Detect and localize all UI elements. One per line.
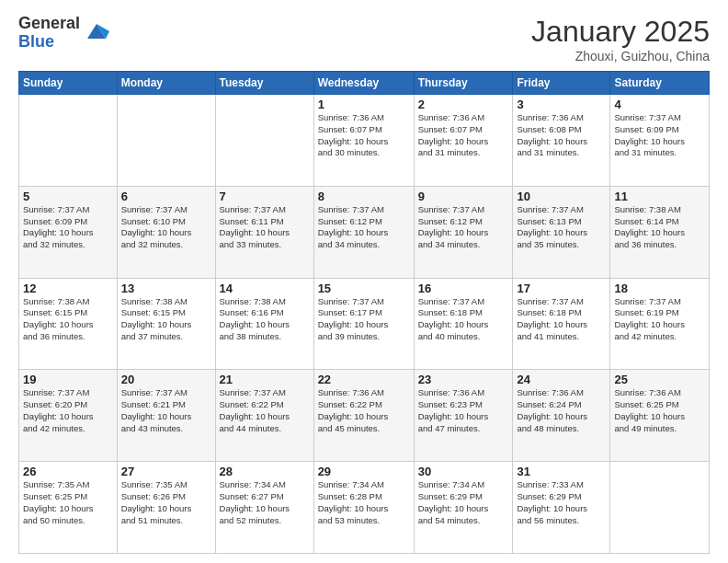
calendar-cell: 3Sunrise: 7:36 AM Sunset: 6:08 PM Daylig… <box>513 95 610 187</box>
day-info: Sunrise: 7:35 AM Sunset: 6:26 PM Dayligh… <box>121 479 211 526</box>
calendar-cell <box>117 95 215 187</box>
day-number: 19 <box>23 373 113 386</box>
calendar-cell: 30Sunrise: 7:34 AM Sunset: 6:29 PM Dayli… <box>414 462 513 554</box>
calendar-cell: 10Sunrise: 7:37 AM Sunset: 6:13 PM Dayli… <box>513 186 610 278</box>
day-info: Sunrise: 7:36 AM Sunset: 6:25 PM Dayligh… <box>614 387 705 434</box>
day-info: Sunrise: 7:36 AM Sunset: 6:23 PM Dayligh… <box>418 387 509 434</box>
calendar-table: Sunday Monday Tuesday Wednesday Thursday… <box>18 71 710 554</box>
day-info: Sunrise: 7:38 AM Sunset: 6:15 PM Dayligh… <box>121 296 211 343</box>
calendar-cell: 9Sunrise: 7:37 AM Sunset: 6:12 PM Daylig… <box>414 186 513 278</box>
calendar-cell: 8Sunrise: 7:37 AM Sunset: 6:12 PM Daylig… <box>313 186 414 278</box>
header-row: Sunday Monday Tuesday Wednesday Thursday… <box>19 72 710 95</box>
day-number: 21 <box>220 373 310 386</box>
col-thursday: Thursday <box>414 72 513 95</box>
calendar-cell: 23Sunrise: 7:36 AM Sunset: 6:23 PM Dayli… <box>414 370 513 462</box>
day-info: Sunrise: 7:37 AM Sunset: 6:09 PM Dayligh… <box>614 112 705 159</box>
day-info: Sunrise: 7:36 AM Sunset: 6:22 PM Dayligh… <box>318 387 410 434</box>
location: Zhouxi, Guizhou, China <box>531 49 710 63</box>
calendar-cell: 2Sunrise: 7:36 AM Sunset: 6:07 PM Daylig… <box>414 95 513 187</box>
day-info: Sunrise: 7:37 AM Sunset: 6:18 PM Dayligh… <box>517 296 606 343</box>
col-tuesday: Tuesday <box>215 72 313 95</box>
calendar-cell: 29Sunrise: 7:34 AM Sunset: 6:28 PM Dayli… <box>313 462 414 554</box>
day-number: 25 <box>614 373 705 386</box>
calendar-cell <box>215 95 313 187</box>
calendar-cell: 11Sunrise: 7:38 AM Sunset: 6:14 PM Dayli… <box>610 186 710 278</box>
calendar-cell: 13Sunrise: 7:38 AM Sunset: 6:15 PM Dayli… <box>117 278 215 370</box>
day-info: Sunrise: 7:37 AM Sunset: 6:12 PM Dayligh… <box>318 204 410 251</box>
calendar-cell: 12Sunrise: 7:38 AM Sunset: 6:15 PM Dayli… <box>19 278 118 370</box>
day-info: Sunrise: 7:37 AM Sunset: 6:22 PM Dayligh… <box>220 387 310 434</box>
col-friday: Friday <box>513 72 610 95</box>
day-info: Sunrise: 7:37 AM Sunset: 6:09 PM Dayligh… <box>23 204 113 251</box>
col-saturday: Saturday <box>610 72 710 95</box>
day-number: 26 <box>23 465 113 478</box>
day-number: 12 <box>23 282 113 295</box>
calendar-cell: 27Sunrise: 7:35 AM Sunset: 6:26 PM Dayli… <box>117 462 215 554</box>
title-block: January 2025 Zhouxi, Guizhou, China <box>531 15 710 63</box>
col-monday: Monday <box>117 72 215 95</box>
day-number: 9 <box>418 190 509 203</box>
calendar-cell: 7Sunrise: 7:37 AM Sunset: 6:11 PM Daylig… <box>215 186 313 278</box>
day-number: 29 <box>318 465 410 478</box>
calendar-cell: 25Sunrise: 7:36 AM Sunset: 6:25 PM Dayli… <box>610 370 710 462</box>
calendar-cell: 28Sunrise: 7:34 AM Sunset: 6:27 PM Dayli… <box>215 462 313 554</box>
day-number: 10 <box>517 190 606 203</box>
day-info: Sunrise: 7:34 AM Sunset: 6:27 PM Dayligh… <box>220 479 310 526</box>
day-number: 23 <box>418 373 509 386</box>
calendar-week-4: 19Sunrise: 7:37 AM Sunset: 6:20 PM Dayli… <box>19 370 710 462</box>
calendar-cell: 1Sunrise: 7:36 AM Sunset: 6:07 PM Daylig… <box>313 95 414 187</box>
day-info: Sunrise: 7:34 AM Sunset: 6:29 PM Dayligh… <box>418 479 509 526</box>
day-info: Sunrise: 7:37 AM Sunset: 6:13 PM Dayligh… <box>517 204 606 251</box>
day-info: Sunrise: 7:33 AM Sunset: 6:29 PM Dayligh… <box>517 479 606 526</box>
calendar-page: General Blue January 2025 Zhouxi, Guizho… <box>0 0 728 563</box>
day-number: 4 <box>614 98 705 111</box>
day-number: 17 <box>517 282 606 295</box>
month-title: January 2025 <box>531 15 710 49</box>
day-info: Sunrise: 7:37 AM Sunset: 6:18 PM Dayligh… <box>418 296 509 343</box>
day-number: 28 <box>220 465 310 478</box>
day-info: Sunrise: 7:34 AM Sunset: 6:28 PM Dayligh… <box>318 479 410 526</box>
calendar-week-5: 26Sunrise: 7:35 AM Sunset: 6:25 PM Dayli… <box>19 462 710 554</box>
day-number: 31 <box>517 465 606 478</box>
logo-general: General <box>18 15 80 33</box>
day-info: Sunrise: 7:37 AM Sunset: 6:19 PM Dayligh… <box>614 296 705 343</box>
calendar-cell: 5Sunrise: 7:37 AM Sunset: 6:09 PM Daylig… <box>19 186 118 278</box>
day-info: Sunrise: 7:37 AM Sunset: 6:10 PM Dayligh… <box>121 204 211 251</box>
day-number: 2 <box>418 98 509 111</box>
day-info: Sunrise: 7:38 AM Sunset: 6:16 PM Dayligh… <box>220 296 310 343</box>
day-number: 3 <box>517 98 606 111</box>
calendar-cell: 17Sunrise: 7:37 AM Sunset: 6:18 PM Dayli… <box>513 278 610 370</box>
calendar-cell: 16Sunrise: 7:37 AM Sunset: 6:18 PM Dayli… <box>414 278 513 370</box>
day-info: Sunrise: 7:35 AM Sunset: 6:25 PM Dayligh… <box>23 479 113 526</box>
calendar-week-2: 5Sunrise: 7:37 AM Sunset: 6:09 PM Daylig… <box>19 186 710 278</box>
day-number: 8 <box>318 190 410 203</box>
day-info: Sunrise: 7:36 AM Sunset: 6:07 PM Dayligh… <box>418 112 509 159</box>
day-number: 1 <box>318 98 410 111</box>
day-number: 13 <box>121 282 211 295</box>
col-sunday: Sunday <box>19 72 118 95</box>
calendar-cell: 21Sunrise: 7:37 AM Sunset: 6:22 PM Dayli… <box>215 370 313 462</box>
calendar-cell: 4Sunrise: 7:37 AM Sunset: 6:09 PM Daylig… <box>610 95 710 187</box>
day-number: 6 <box>121 190 211 203</box>
day-info: Sunrise: 7:36 AM Sunset: 6:24 PM Dayligh… <box>517 387 606 434</box>
day-number: 14 <box>220 282 310 295</box>
day-number: 27 <box>121 465 211 478</box>
calendar-cell: 18Sunrise: 7:37 AM Sunset: 6:19 PM Dayli… <box>610 278 710 370</box>
col-wednesday: Wednesday <box>313 72 414 95</box>
day-number: 15 <box>318 282 410 295</box>
day-number: 5 <box>23 190 113 203</box>
day-number: 22 <box>318 373 410 386</box>
calendar-cell: 19Sunrise: 7:37 AM Sunset: 6:20 PM Dayli… <box>19 370 118 462</box>
calendar-cell: 24Sunrise: 7:36 AM Sunset: 6:24 PM Dayli… <box>513 370 610 462</box>
day-number: 7 <box>220 190 310 203</box>
day-info: Sunrise: 7:37 AM Sunset: 6:21 PM Dayligh… <box>121 387 211 434</box>
calendar-cell: 15Sunrise: 7:37 AM Sunset: 6:17 PM Dayli… <box>313 278 414 370</box>
calendar-cell: 14Sunrise: 7:38 AM Sunset: 6:16 PM Dayli… <box>215 278 313 370</box>
day-info: Sunrise: 7:36 AM Sunset: 6:08 PM Dayligh… <box>517 112 606 159</box>
calendar-cell: 6Sunrise: 7:37 AM Sunset: 6:10 PM Daylig… <box>117 186 215 278</box>
header: General Blue January 2025 Zhouxi, Guizho… <box>18 15 710 63</box>
day-info: Sunrise: 7:37 AM Sunset: 6:11 PM Dayligh… <box>220 204 310 251</box>
calendar-cell: 20Sunrise: 7:37 AM Sunset: 6:21 PM Dayli… <box>117 370 215 462</box>
calendar-cell <box>610 462 710 554</box>
logo-icon <box>84 18 109 44</box>
